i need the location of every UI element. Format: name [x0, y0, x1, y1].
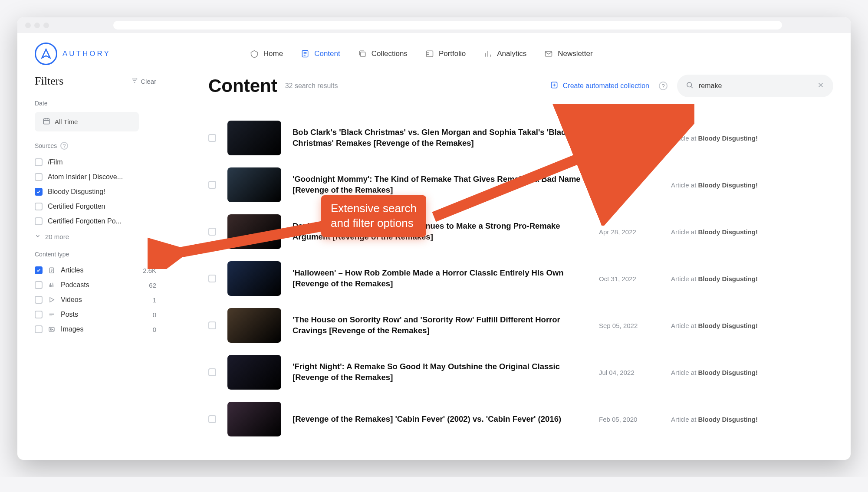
row-checkbox[interactable]	[208, 368, 216, 376]
video-icon	[48, 296, 56, 304]
brand-name: AUTHORY	[62, 49, 111, 58]
result-row[interactable]: 'Halloween' – How Rob Zombie Made a Horr…	[208, 255, 833, 302]
row-checkbox[interactable]	[208, 181, 216, 189]
nav-label: Content	[314, 49, 340, 58]
type-filter-row[interactable]: Podcasts62	[35, 278, 156, 292]
source-filter-row[interactable]: Certified Forgotten	[35, 199, 156, 214]
checkbox[interactable]	[35, 325, 43, 333]
search-clear-icon[interactable]	[817, 81, 825, 91]
content-icon	[300, 49, 310, 59]
svg-rect-2	[426, 51, 433, 56]
date-filter-button[interactable]: All Time	[35, 112, 139, 131]
row-checkbox[interactable]	[208, 415, 216, 423]
type-label: Images	[61, 325, 83, 333]
svg-rect-1	[361, 52, 365, 57]
checkbox[interactable]	[35, 281, 43, 289]
search-input[interactable]	[699, 82, 812, 90]
result-title: 'The House on Sorority Row' and 'Sororit…	[293, 315, 588, 336]
traffic-zoom[interactable]	[43, 23, 49, 28]
url-bar[interactable]	[113, 21, 782, 30]
result-date: Feb 05, 2020	[599, 416, 660, 423]
traffic-minimize[interactable]	[34, 23, 40, 28]
sources-section-label: Sources ?	[35, 142, 156, 150]
type-count: 2.6K	[143, 267, 156, 274]
brand-logo[interactable]: AUTHORY	[35, 43, 111, 65]
result-row[interactable]: [Revenge of the Remakes] 'Cabin Fever' (…	[208, 396, 833, 443]
checkbox[interactable]	[35, 173, 43, 181]
source-label: Bloody Disgusting!	[48, 188, 105, 196]
types-list: Articles2.6KPodcasts62Videos1Posts0Image…	[35, 263, 156, 337]
result-row[interactable]: 'Goodnight Mommy': The Kind of Remake Th…	[208, 161, 833, 208]
type-count: 0	[153, 326, 156, 333]
brand-logo-icon	[35, 43, 57, 65]
result-row[interactable]: 'Fright Night': A Remake So Good It May …	[208, 349, 833, 396]
result-date: Jul 04, 2022	[599, 369, 660, 376]
source-filter-row[interactable]: Atom Insider | Discove...	[35, 170, 156, 184]
svg-rect-7	[49, 327, 54, 331]
result-title: 'Halloween' – How Rob Zombie Made a Horr…	[293, 268, 588, 289]
checkbox[interactable]	[35, 311, 43, 318]
sources-help-icon[interactable]: ?	[60, 142, 68, 150]
source-filter-row[interactable]: Certified Forgotten Po...	[35, 214, 156, 229]
nav-label: Home	[263, 49, 283, 58]
result-title: 'Goodnight Mommy': The Kind of Remake Th…	[293, 174, 588, 196]
post-icon	[48, 311, 56, 318]
create-collection-button[interactable]: Create automated collection	[550, 81, 649, 91]
types-section-label: Content type	[35, 251, 156, 258]
result-source: Article at Bloody Disgusting!	[671, 134, 758, 142]
nav-analytics[interactable]: Analytics	[483, 49, 526, 59]
clear-filters-button[interactable]: Clear	[131, 77, 156, 85]
body: Filters Clear Date All Time Sources ? /F…	[17, 75, 851, 460]
result-row[interactable]: Bob Clark's 'Black Christmas' vs. Glen M…	[208, 115, 833, 161]
row-checkbox[interactable]	[208, 134, 216, 142]
nav-content[interactable]: Content	[300, 49, 340, 59]
type-filter-row[interactable]: Images0	[35, 322, 156, 337]
source-label: /Film	[48, 158, 63, 166]
traffic-close[interactable]	[25, 23, 31, 28]
checkbox[interactable]	[35, 188, 43, 196]
clear-label: Clear	[141, 78, 156, 85]
filters-heading: Filters	[35, 75, 63, 88]
result-row[interactable]: David Cronenberg's 'The Fly' Continues t…	[208, 208, 833, 255]
result-thumbnail	[227, 355, 281, 390]
type-filter-row[interactable]: Posts0	[35, 307, 156, 322]
type-label: Posts	[61, 311, 78, 318]
results-list: Bob Clark's 'Black Christmas' vs. Glen M…	[208, 115, 833, 443]
row-checkbox[interactable]	[208, 275, 216, 282]
result-date: Oct 31, 2022	[599, 275, 660, 282]
svg-marker-6	[50, 298, 54, 302]
result-title: 'Fright Night': A Remake So Good It May …	[293, 361, 588, 383]
result-title: Bob Clark's 'Black Christmas' vs. Glen M…	[293, 127, 588, 149]
nav-collections[interactable]: Collections	[358, 49, 408, 59]
result-date: Dec 15, 2020	[599, 134, 660, 142]
checkbox[interactable]	[35, 217, 43, 225]
browser-titlebar	[17, 17, 851, 33]
result-title: David Cronenberg's 'The Fly' Continues t…	[293, 221, 588, 243]
result-row[interactable]: 'The House on Sorority Row' and 'Sororit…	[208, 302, 833, 349]
result-thumbnail	[227, 214, 281, 249]
checkbox[interactable]	[35, 296, 43, 304]
result-date: Sep 05, 2022	[599, 322, 660, 329]
nav-newsletter[interactable]: Newsletter	[544, 49, 592, 59]
type-filter-row[interactable]: Articles2.6K	[35, 263, 156, 278]
source-filter-row[interactable]: /Film	[35, 155, 156, 170]
nav-label: Newsletter	[558, 49, 592, 58]
checkbox[interactable]	[35, 203, 43, 210]
result-source: Article at Bloody Disgusting!	[671, 369, 758, 376]
checkbox[interactable]	[35, 266, 43, 274]
row-checkbox[interactable]	[208, 228, 216, 236]
result-source: Article at Bloody Disgusting!	[671, 228, 758, 236]
svg-rect-4	[43, 119, 49, 124]
sources-show-more[interactable]: 20 more	[35, 233, 156, 240]
type-filter-row[interactable]: Videos1	[35, 292, 156, 307]
checkbox[interactable]	[35, 158, 43, 166]
type-count: 1	[153, 296, 156, 304]
nav-home[interactable]: Home	[250, 49, 283, 59]
help-icon[interactable]: ?	[659, 82, 667, 90]
type-count: 62	[149, 282, 156, 289]
portfolio-icon	[425, 49, 434, 59]
row-checkbox[interactable]	[208, 321, 216, 329]
source-filter-row[interactable]: Bloody Disgusting!	[35, 184, 156, 199]
nav-portfolio[interactable]: Portfolio	[425, 49, 466, 59]
search-field[interactable]	[677, 75, 833, 97]
